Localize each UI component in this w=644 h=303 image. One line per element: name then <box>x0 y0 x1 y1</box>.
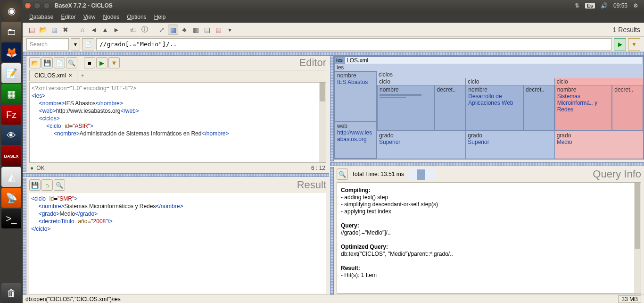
info-icon[interactable]: ⓘ <box>140 25 150 35</box>
result-code[interactable]: <ciclo id="SMR"> <nombre>Sistemas Microi… <box>29 193 326 294</box>
titlebar: BaseX 7.7.2 - CICLOS ⇅ Es 🔊 09:55 ⚙ <box>23 0 644 11</box>
systray: ⇅ Es 🔊 09:55 ⚙ <box>575 2 643 9</box>
unity-launcher: ◉ 🗀 🦊 📝 ▦ Fz 👁 BASEX ◭ 📡 >_ 🗑 <box>0 0 23 303</box>
table-icon[interactable]: ▦ <box>213 25 223 35</box>
editor-save-icon[interactable]: 💾 <box>41 57 53 68</box>
editor-search-icon[interactable]: 🔍 <box>66 57 77 68</box>
expand-icon[interactable]: ⤢ <box>157 25 167 35</box>
map-ciclo-1[interactable]: ciclo nombre decret.. gradoSuperior <box>377 78 465 159</box>
new-db-icon[interactable]: ▤ <box>26 25 37 35</box>
network-icon[interactable]: ⇅ <box>575 2 579 9</box>
cursor-pos: 6 : 12 <box>311 165 325 171</box>
qi-search-icon[interactable]: 🔍 <box>337 168 348 180</box>
total-time: Total Time: 13.51 ms <box>352 171 404 177</box>
clock[interactable]: 09:55 <box>613 2 627 9</box>
up-icon[interactable]: ▲ <box>100 25 110 35</box>
editor-title: Editor <box>299 57 326 69</box>
result-search-icon[interactable]: 🔍 <box>54 179 65 191</box>
terminal-icon[interactable]: >_ <box>1 209 21 228</box>
sound-icon[interactable]: 🔊 <box>601 2 608 9</box>
menu-database[interactable]: Database <box>26 13 56 21</box>
map-root[interactable]: ies <box>335 64 643 71</box>
bottombar: db:open("CICLOS","CICLOS.xml")/ies 33 MB <box>23 295 644 303</box>
filter-button[interactable]: ▼ <box>628 38 640 50</box>
menu-nodes[interactable]: Nodes <box>100 13 123 21</box>
searchbar: Search ▾ 📄 ▶ ▼ <box>23 37 644 52</box>
minimize-button[interactable] <box>34 2 41 9</box>
qi-title: Query Info <box>593 168 641 180</box>
dash-icon[interactable]: ◉ <box>1 1 21 21</box>
result-save-icon[interactable]: 💾 <box>29 179 41 191</box>
close-button[interactable] <box>25 2 31 9</box>
editor-filter-icon[interactable]: ▼ <box>108 57 120 68</box>
keyboard-indicator[interactable]: Es <box>585 3 595 8</box>
doc-icon[interactable]: 📄 <box>82 38 94 50</box>
menu-help[interactable]: Help <box>151 13 169 21</box>
cols-icon[interactable]: ▥ <box>190 25 201 35</box>
search-mode[interactable]: Search <box>26 38 69 50</box>
map-file[interactable]: LOS.xml <box>344 57 643 64</box>
result-home-icon[interactable]: ⌂ <box>41 179 53 191</box>
editor-stop-icon[interactable]: ■ <box>84 57 95 68</box>
status-ok-icon: ● <box>30 165 33 171</box>
qi-chart <box>408 168 436 180</box>
editor-open-icon[interactable]: 📂 <box>29 57 41 68</box>
map-db[interactable]: ies <box>335 57 344 64</box>
firefox-icon[interactable]: 🦊 <box>1 42 21 62</box>
rss-icon[interactable]: 📡 <box>1 188 21 208</box>
new-tab-button[interactable]: + <box>77 71 88 80</box>
results-count: 1 Results <box>613 26 640 34</box>
files-icon[interactable]: 🗀 <box>1 22 21 42</box>
qi-scrollbar[interactable] <box>634 183 641 293</box>
qi-body[interactable]: Compiling: - adding text() step - simpli… <box>337 182 641 294</box>
vruler4[interactable] <box>330 167 334 295</box>
editor-run-icon[interactable]: ▶ <box>96 57 107 68</box>
editor-scrollbar[interactable] <box>319 83 326 162</box>
calc-icon[interactable]: ▦ <box>1 84 21 104</box>
map-view-icon[interactable]: ▦ <box>168 25 178 35</box>
filezilla-icon[interactable]: Fz <box>1 105 21 125</box>
ruler[interactable] <box>23 52 644 56</box>
hsplitter[interactable] <box>23 173 329 177</box>
close-db-icon[interactable]: ✖ <box>60 25 71 35</box>
menu-options[interactable]: Options <box>124 13 149 21</box>
hsplitter2[interactable] <box>330 162 644 166</box>
tree-icon[interactable]: ♣ <box>179 25 190 35</box>
menubar: Database Editor View Nodes Options Help <box>23 11 644 23</box>
trash-icon[interactable]: 🗑 <box>1 283 21 303</box>
grid-icon[interactable]: ▦ <box>49 25 59 35</box>
menu-view[interactable]: View <box>81 13 99 21</box>
maximize-button[interactable] <box>43 2 50 9</box>
home-icon[interactable]: ⌂ <box>77 25 88 35</box>
memory-indicator[interactable]: 33 MB <box>618 295 641 303</box>
hex-icon[interactable]: ◭ <box>1 167 21 187</box>
app-title: BaseX 7.7.2 - CICLOS <box>55 2 113 9</box>
tag-icon[interactable]: 🏷 <box>128 25 139 35</box>
vruler3[interactable] <box>330 56 334 161</box>
open-icon[interactable]: 📂 <box>38 25 48 35</box>
basex-icon[interactable]: BASEX <box>1 146 21 166</box>
editor-doc-icon[interactable]: 📄 <box>54 57 65 68</box>
map-ciclo-3-selected[interactable]: ciclo nombreSistemas Microinformá.. y Re… <box>554 78 643 159</box>
tab-close-icon[interactable]: × <box>69 72 72 79</box>
gear-icon[interactable]: ⚙ <box>633 2 638 9</box>
status-text: OK <box>36 165 44 171</box>
run-query-button[interactable]: ▶ <box>614 38 626 50</box>
map-ciclo-2[interactable]: ciclo nombreDesarrollo de Aplicaciones W… <box>465 78 554 159</box>
search-dropdown[interactable]: ▾ <box>71 38 80 50</box>
rows-icon[interactable]: ▤ <box>202 25 212 35</box>
vruler[interactable] <box>23 56 26 172</box>
menu-editor[interactable]: Editor <box>58 13 78 21</box>
more-icon[interactable]: ▾ <box>224 25 235 35</box>
context-path: db:open("CICLOS","CICLOS.xml")/ies <box>25 296 121 303</box>
vruler2[interactable] <box>23 178 26 295</box>
treemap-view[interactable]: ies LOS.xml ies nombre IES Abastos web <box>334 56 644 160</box>
eog-icon[interactable]: 👁 <box>1 126 21 145</box>
gedit-icon[interactable]: 📝 <box>1 63 21 83</box>
editor-code[interactable]: <?xml version="1.0" encoding="UTF-8"?> <… <box>29 82 326 163</box>
file-tab[interactable]: CICLOS.xml× <box>30 71 77 80</box>
editor-tabs: CICLOS.xml× + <box>29 70 326 81</box>
forward-icon[interactable]: ► <box>111 25 122 35</box>
query-input[interactable] <box>96 38 612 50</box>
back-icon[interactable]: ◄ <box>89 25 99 35</box>
